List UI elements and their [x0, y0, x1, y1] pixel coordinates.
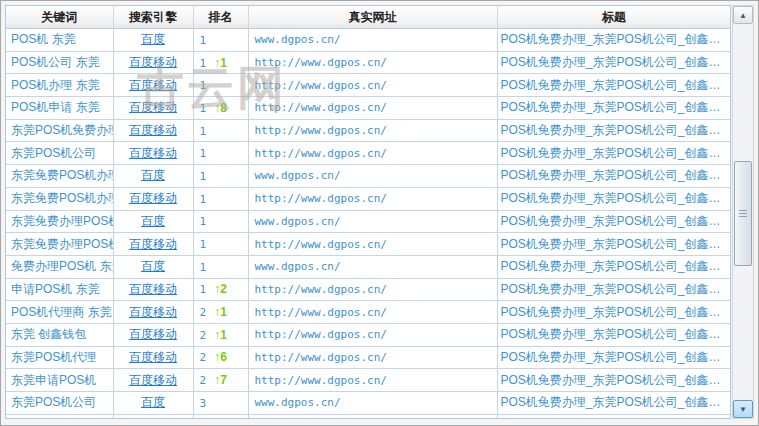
table-row[interactable]: 东莞POS机代理 百度移动 2↑6 http://www.dgpos.cn/ P… [6, 346, 730, 369]
engine-cell: 百度 [113, 29, 193, 52]
scrollbar-thumb[interactable] [734, 161, 752, 266]
engine-cell: 百度移动 [113, 142, 193, 165]
keyword-cell: POS机申请 东莞 [6, 97, 113, 120]
rank-value: 2 [200, 306, 207, 319]
title-cell: POS机免费办理_东莞POS机公司_创鑫钱包东... [497, 29, 730, 52]
table-row[interactable]: 申请POS机 东莞 百度移动 1↑2 http://www.dgpos.cn/ … [6, 278, 730, 301]
table-row[interactable]: 东莞POS机免费办理 百度移动 1 http://www.dgpos.cn/ P… [6, 119, 730, 142]
keyword-cell: 免费办理POS机 东莞 [6, 255, 113, 278]
engine-link[interactable]: 百度移动 [129, 305, 177, 319]
engine-link[interactable]: 百度移动 [129, 373, 177, 387]
table-row[interactable]: 东莞申请POS机 百度移动 2↑7 http://www.dgpos.cn/ P… [6, 369, 730, 392]
keyword-cell: 东莞免费POS机办理 [6, 187, 113, 210]
engine-link[interactable]: 百度 [141, 32, 165, 46]
table-row[interactable]: 东莞免费办理POS机 百度移动 1 http://www.dgpos.cn/ P… [6, 233, 730, 256]
column-header-engine[interactable]: 搜索引擎 [113, 6, 193, 29]
engine-link[interactable]: 百度移动 [129, 55, 177, 69]
table-row[interactable]: POS机公司 东莞 百度移动 1↑1 http://www.dgpos.cn/ … [6, 51, 730, 74]
title-cell: POS机免费办理_东莞POS机公司_创鑫钱包东... [497, 301, 730, 324]
table-row[interactable]: 东莞 创鑫钱包 百度移动 2↑1 http://www.dgpos.cn/ PO… [6, 323, 730, 346]
column-header-title[interactable]: 标题 [497, 6, 730, 29]
table-row[interactable]: 东莞免费办理POS机 百度 1 www.dgpos.cn/ POS机免费办理_东… [6, 210, 730, 233]
rank-cell: 2↑7 [193, 369, 248, 392]
engine-link[interactable]: 百度移动 [129, 191, 177, 205]
engine-cell: 百度移动 [113, 97, 193, 120]
title-cell: POS机免费办理_东莞POS机公司_创鑫钱包东... [497, 119, 730, 142]
engine-link[interactable]: 百度移动 [129, 100, 177, 114]
arrow-down-icon: ▼ [739, 405, 747, 414]
table-row[interactable]: 东莞POS机公司 百度移动 1 http://www.dgpos.cn/ POS… [6, 142, 730, 165]
rank-cell: 2↑1 [193, 323, 248, 346]
title-cell: POS机免费办理_东莞POS机公司_创鑫钱包东... [497, 187, 730, 210]
url-cell: http://www.dgpos.cn/ [248, 369, 497, 392]
engine-link[interactable]: 百度移动 [129, 237, 177, 251]
table-row[interactable]: POS机代理商 东莞 百度移动 2↑1 http://www.dgpos.cn/… [6, 301, 730, 324]
title-cell: POS机免费办理_东莞POS机公司_创鑫钱包东... [497, 255, 730, 278]
keyword-cell: 东莞免费办理POS机 [6, 233, 113, 256]
keyword-cell: 东莞免费POS机办理 [6, 165, 113, 188]
engine-cell: 百度 [113, 255, 193, 278]
rank-value: 2 [200, 374, 207, 387]
url-cell: www.dgpos.cn/ [248, 210, 497, 233]
table-row[interactable]: 东莞免费POS机办理 百度移动 1 http://www.dgpos.cn/ P… [6, 187, 730, 210]
rank-tracker-panel: 关键词 搜索引擎 排名 真实网址 标题 POS机 东莞 百度 1 www.dgp… [0, 0, 759, 426]
engine-cell: 百度移动 [113, 301, 193, 324]
engine-cell: 百度移动 [113, 233, 193, 256]
table-row[interactable]: 东莞创鑫钱包 百度移动 3 http://www.dgpos.cn/ POS机免… [6, 414, 730, 419]
engine-link[interactable]: 百度 [141, 259, 165, 273]
engine-cell: 百度移动 [113, 323, 193, 346]
table-row[interactable]: POS机 东莞 百度 1 www.dgpos.cn/ POS机免费办理_东莞PO… [6, 29, 730, 52]
keyword-cell: 东莞POS机代理 [6, 346, 113, 369]
rank-value: 2 [200, 329, 207, 342]
url-cell: www.dgpos.cn/ [248, 29, 497, 52]
engine-link[interactable]: 百度 [141, 168, 165, 182]
engine-link[interactable]: 百度移动 [129, 123, 177, 137]
engine-cell: 百度 [113, 392, 193, 415]
column-header-url[interactable]: 真实网址 [248, 6, 497, 29]
engine-link[interactable]: 百度移动 [129, 282, 177, 296]
rank-value: 1 [200, 170, 207, 183]
vertical-scrollbar[interactable]: ▲ ▼ [732, 5, 754, 419]
keyword-cell: POS机 东莞 [6, 29, 113, 52]
scroll-up-button[interactable]: ▲ [733, 6, 753, 24]
rank-cell: 1 [193, 74, 248, 97]
url-cell: http://www.dgpos.cn/ [248, 278, 497, 301]
table-row[interactable]: POS机办理 东莞 百度移动 1 http://www.dgpos.cn/ PO… [6, 74, 730, 97]
table-row[interactable]: 免费办理POS机 东莞 百度 1 www.dgpos.cn/ POS机免费办理_… [6, 255, 730, 278]
keyword-cell: 东莞POS机免费办理 [6, 119, 113, 142]
engine-link[interactable]: 百度 [141, 214, 165, 228]
title-cell: POS机免费办理_东莞POS机公司_创鑫钱包东... [497, 414, 730, 419]
rank-cell: 1 [193, 142, 248, 165]
engine-cell: 百度 [113, 210, 193, 233]
rank-change-badge: ↑1 [214, 328, 227, 342]
rank-value: 1 [200, 79, 207, 92]
title-cell: POS机免费办理_东莞POS机公司_创鑫钱包东... [497, 165, 730, 188]
engine-cell: 百度移动 [113, 187, 193, 210]
column-header-keyword[interactable]: 关键词 [6, 6, 113, 29]
engine-link[interactable]: 百度移动 [129, 418, 177, 419]
engine-cell: 百度移动 [113, 369, 193, 392]
title-cell: POS机免费办理_东莞POS机公司_创鑫钱包东... [497, 142, 730, 165]
url-cell: http://www.dgpos.cn/ [248, 97, 497, 120]
engine-link[interactable]: 百度移动 [129, 78, 177, 92]
url-cell: http://www.dgpos.cn/ [248, 301, 497, 324]
url-cell: http://www.dgpos.cn/ [248, 346, 497, 369]
rank-change-badge: ↑7 [214, 373, 227, 387]
column-header-rank[interactable]: 排名 [193, 6, 248, 29]
url-cell: http://www.dgpos.cn/ [248, 323, 497, 346]
engine-link[interactable]: 百度 [141, 395, 165, 409]
scroll-down-button[interactable]: ▼ [733, 400, 753, 418]
keyword-cell: 东莞申请POS机 [6, 369, 113, 392]
table-row[interactable]: POS机申请 东莞 百度移动 1↑8 http://www.dgpos.cn/ … [6, 97, 730, 120]
rank-value: 1 [200, 125, 207, 138]
rank-value: 1 [200, 238, 207, 251]
rank-value: 1 [200, 193, 207, 206]
rank-cell: 1↑2 [193, 278, 248, 301]
engine-cell: 百度移动 [113, 278, 193, 301]
engine-link[interactable]: 百度移动 [129, 146, 177, 160]
engine-link[interactable]: 百度移动 [129, 350, 177, 364]
engine-link[interactable]: 百度移动 [129, 327, 177, 341]
keyword-rank-table: 关键词 搜索引擎 排名 真实网址 标题 POS机 东莞 百度 1 www.dgp… [5, 5, 731, 419]
table-row[interactable]: 东莞POS机公司 百度 3 www.dgpos.cn/ POS机免费办理_东莞P… [6, 392, 730, 415]
table-row[interactable]: 东莞免费POS机办理 百度 1 www.dgpos.cn/ POS机免费办理_东… [6, 165, 730, 188]
